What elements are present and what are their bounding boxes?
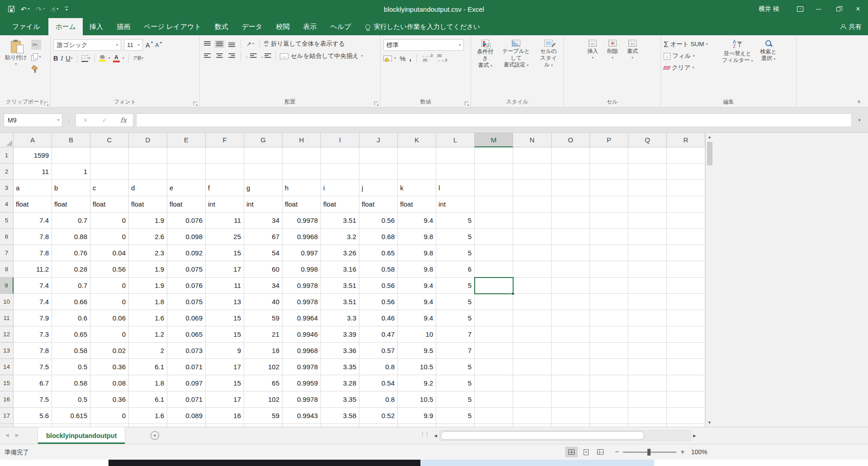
orientation-button[interactable]: ↗▾ xyxy=(245,40,255,48)
cell-N1[interactable] xyxy=(513,147,552,164)
cell-C10[interactable]: 0 xyxy=(90,294,129,310)
row-header-12[interactable]: 12 xyxy=(0,326,14,343)
cell-B12[interactable]: 0.65 xyxy=(52,326,90,343)
cell-G13[interactable]: 18 xyxy=(244,343,283,359)
column-header-N[interactable]: N xyxy=(513,133,552,147)
cell-E7[interactable]: 0.092 xyxy=(167,245,206,261)
column-header-M[interactable]: M xyxy=(475,133,513,147)
insert-cells-button[interactable]: ← 挿入▾ xyxy=(585,38,600,97)
cell-N17[interactable] xyxy=(513,408,552,424)
cell-L15[interactable]: 5 xyxy=(436,375,475,391)
cell-D2[interactable] xyxy=(129,164,167,180)
redo-button[interactable]: ↷▾ xyxy=(36,6,45,13)
cell-L6[interactable]: 5 xyxy=(436,229,475,245)
cell-N9[interactable] xyxy=(513,278,552,294)
cell-N3[interactable] xyxy=(513,180,552,196)
cell-H7[interactable]: 0.997 xyxy=(283,245,321,261)
tab-scrollbar-splitter[interactable]: ⋮⋮ xyxy=(420,431,429,438)
cell-A11[interactable]: 7.9 xyxy=(14,310,52,326)
row-header-5[interactable]: 5 xyxy=(0,212,14,229)
cell-F11[interactable]: 15 xyxy=(206,310,244,326)
cell-H6[interactable]: 0.9968 xyxy=(283,229,321,245)
cell-J11[interactable]: 0.46 xyxy=(359,310,398,326)
cell-K14[interactable]: 10.5 xyxy=(398,359,436,375)
cell-D4[interactable]: float xyxy=(129,196,167,212)
cell-J3[interactable]: j xyxy=(359,180,398,196)
cell-O17[interactable] xyxy=(552,408,590,424)
scroll-left-arrow[interactable]: ◀ xyxy=(432,433,439,438)
cell-K5[interactable]: 9.4 xyxy=(398,212,436,229)
cell-R10[interactable] xyxy=(667,294,705,310)
font-color-button[interactable]: A xyxy=(113,55,120,62)
cell-J13[interactable]: 0.57 xyxy=(359,343,398,359)
cell-Q14[interactable] xyxy=(628,359,667,375)
borders-button[interactable]: ▾ xyxy=(81,55,90,62)
merge-center-button[interactable]: ↔ セルを結合して中央揃え ▾ xyxy=(280,52,363,60)
cell-R4[interactable] xyxy=(667,196,705,212)
cell-B13[interactable]: 0.58 xyxy=(52,343,90,359)
cell-B4[interactable]: float xyxy=(52,196,90,212)
cell-D10[interactable]: 1.8 xyxy=(129,294,167,310)
cell-P6[interactable] xyxy=(590,229,628,245)
autosum-button[interactable]: Σオート SUM▾ xyxy=(664,39,717,50)
paste-button[interactable]: 貼り付け ▾ xyxy=(3,38,29,97)
cell-R14[interactable] xyxy=(667,359,705,375)
alignment-dialog-launcher[interactable] xyxy=(374,102,378,105)
cell-I12[interactable]: 3.39 xyxy=(321,326,359,343)
column-header-O[interactable]: O xyxy=(552,133,590,147)
cell-L16[interactable]: 5 xyxy=(436,391,475,408)
cell-B1[interactable] xyxy=(52,147,90,164)
cell-E4[interactable]: float xyxy=(167,196,206,212)
cell-D8[interactable]: 1.9 xyxy=(129,261,167,278)
cell-E14[interactable]: 0.071 xyxy=(167,359,206,375)
cell-G2[interactable] xyxy=(244,164,283,180)
cell-O13[interactable] xyxy=(552,343,590,359)
horizontal-scroll-thumb[interactable] xyxy=(441,431,644,440)
cell-R9[interactable] xyxy=(667,278,705,294)
cell-M8[interactable] xyxy=(475,261,513,278)
row-header-15[interactable]: 15 xyxy=(0,375,14,391)
cell-O11[interactable] xyxy=(552,310,590,326)
column-header-C[interactable]: C xyxy=(90,133,129,147)
cell-H9[interactable]: 0.9978 xyxy=(283,278,321,294)
copy-button[interactable]: ▾ xyxy=(31,52,41,62)
row-header-17[interactable]: 17 xyxy=(0,408,14,424)
cell-styles-button[interactable]: セルのスタイル ▾ xyxy=(536,38,561,97)
cell-A1[interactable]: 1599 xyxy=(14,147,52,164)
number-format-combobox[interactable]: 標準▾ xyxy=(383,39,464,51)
cell-H10[interactable]: 0.9978 xyxy=(283,294,321,310)
cell-A15[interactable]: 6.7 xyxy=(14,375,52,391)
cell-M10[interactable] xyxy=(475,294,513,310)
cell-R16[interactable] xyxy=(667,391,705,408)
cell-G17[interactable]: 59 xyxy=(244,408,283,424)
column-header-A[interactable]: A xyxy=(14,133,52,147)
cell-L9[interactable]: 5 xyxy=(436,278,475,294)
column-header-G[interactable]: G xyxy=(244,133,283,147)
cell-L8[interactable]: 6 xyxy=(436,261,475,278)
cell-D7[interactable]: 2.3 xyxy=(129,245,167,261)
cell-G4[interactable]: int xyxy=(244,196,283,212)
cell-H2[interactable] xyxy=(283,164,321,180)
cell-F10[interactable]: 13 xyxy=(206,294,244,310)
normal-view-button[interactable] xyxy=(565,447,578,457)
sheet-nav-right-arrow[interactable]: ▶ xyxy=(15,433,19,438)
row-header-14[interactable]: 14 xyxy=(0,359,14,375)
cell-E12[interactable]: 0.065 xyxy=(167,326,206,343)
cell-C3[interactable]: c xyxy=(90,180,129,196)
cell-M12[interactable] xyxy=(475,326,513,343)
vertical-scroll-thumb[interactable] xyxy=(707,142,712,165)
cell-L3[interactable]: l xyxy=(436,180,475,196)
row-header-10[interactable]: 10 xyxy=(0,294,14,310)
cell-G14[interactable]: 102 xyxy=(244,359,283,375)
align-left-button[interactable] xyxy=(203,52,212,60)
cell-D15[interactable]: 1.8 xyxy=(129,375,167,391)
cell-K16[interactable]: 10.5 xyxy=(398,391,436,408)
column-header-B[interactable]: B xyxy=(52,133,90,147)
format-as-table-button[interactable]: テーブルとして書式設定 ▾ xyxy=(498,38,535,97)
cell-J6[interactable]: 0.68 xyxy=(359,229,398,245)
increase-font-size-button[interactable]: A xyxy=(146,42,152,49)
cell-H16[interactable]: 0.9978 xyxy=(283,391,321,408)
cell-G9[interactable]: 34 xyxy=(244,278,283,294)
tab-ファイル[interactable]: ファイル xyxy=(4,18,48,35)
cell-E15[interactable]: 0.097 xyxy=(167,375,206,391)
